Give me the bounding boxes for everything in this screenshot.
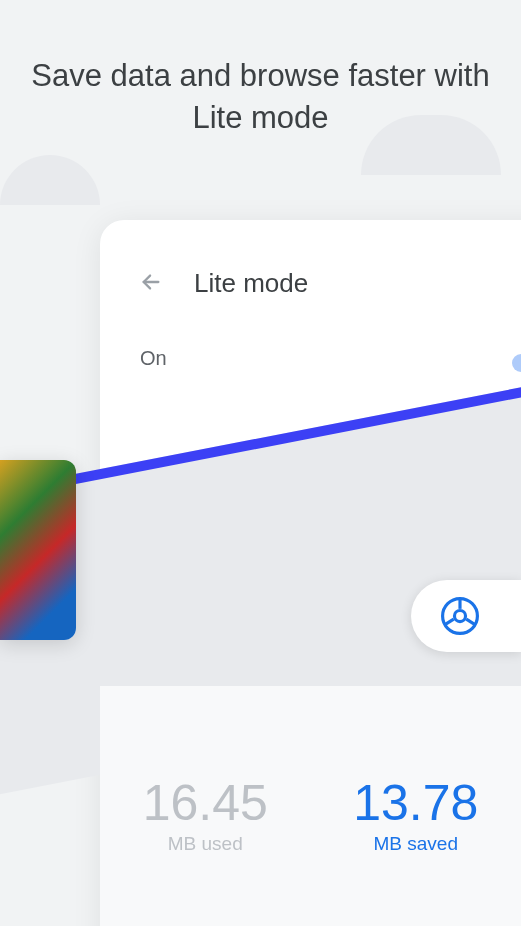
chrome-app-pill[interactable] [411, 580, 521, 652]
card-header: Lite mode [100, 220, 521, 329]
chrome-icon [441, 597, 479, 635]
stat-mb-used: 16.45 MB used [143, 776, 268, 855]
decorative-cloud-left [0, 155, 100, 205]
stat-saved-label: MB saved [353, 833, 478, 855]
page-headline: Save data and browse faster with Lite mo… [0, 0, 521, 139]
decorative-image-card [0, 460, 76, 640]
stat-used-value: 16.45 [143, 776, 268, 831]
lite-mode-toggle[interactable] [512, 350, 521, 368]
svg-point-3 [456, 612, 464, 620]
toggle-label: On [140, 347, 167, 370]
back-arrow-icon[interactable] [140, 271, 162, 297]
card-title: Lite mode [194, 268, 308, 299]
toggle-row: On [100, 329, 521, 388]
stat-used-label: MB used [143, 833, 268, 855]
data-stats: 16.45 MB used 13.78 MB saved [100, 756, 521, 926]
stat-saved-value: 13.78 [353, 776, 478, 831]
stat-mb-saved: 13.78 MB saved [353, 776, 478, 855]
